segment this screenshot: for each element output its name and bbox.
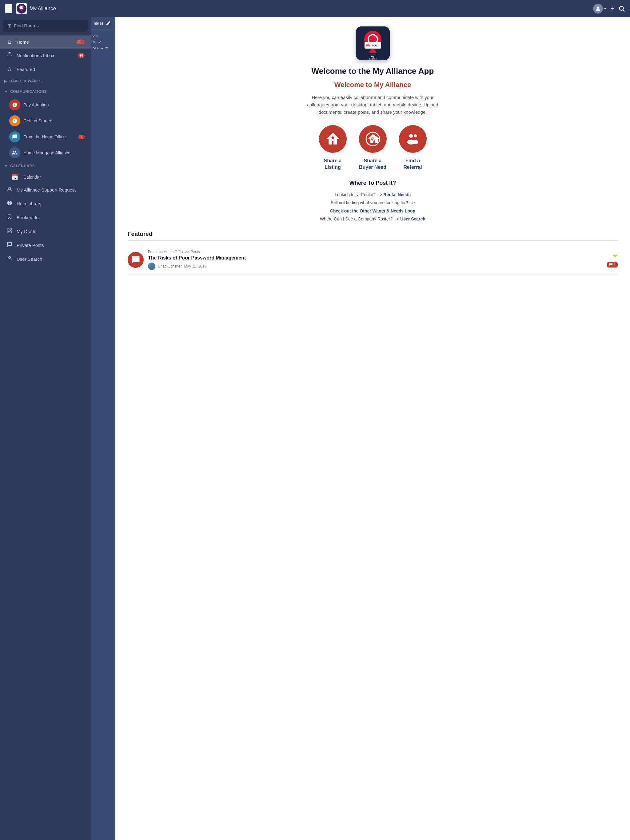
sidebar-item-featured[interactable]: ☆ Featured: [0, 62, 91, 76]
home-office-badge: 6: [78, 135, 85, 139]
avatar-chevron-icon: ▾: [604, 6, 606, 11]
search-button[interactable]: [618, 5, 625, 12]
featured-comment-badge[interactable]: 1: [607, 262, 618, 267]
notifications-icon: [6, 52, 13, 59]
svg-rect-9: [9, 52, 11, 54]
avatar-button[interactable]: ▾: [593, 4, 606, 14]
calendars-chevron-icon: ▼: [4, 164, 8, 168]
svg-point-6: [597, 6, 599, 9]
sidebar: ⊞ Find Rooms ⌂ Home 99+ Notifications In…: [0, 17, 91, 840]
sidebar-item-private-posts[interactable]: Private Posts: [0, 238, 91, 252]
find-rooms-bar[interactable]: ⊞ Find Rooms: [3, 20, 88, 32]
notifications-panel-text: ons: [93, 32, 114, 38]
sidebar-item-support[interactable]: My Alliance Support Request: [0, 183, 91, 197]
getting-started-label: Getting Started: [24, 118, 52, 123]
app-logo-large: RE MAX My Alliance: [356, 27, 390, 60]
share-buyer-label: Share aBuyer Need: [359, 158, 386, 171]
top-nav-actions: ▾ +: [593, 4, 625, 14]
calendar-label: Calendar: [24, 175, 41, 180]
help-library-icon: [6, 200, 13, 207]
haves-wants-section[interactable]: ▶ HAVES & WANTS: [0, 76, 91, 87]
home-badge: 99+: [76, 39, 85, 44]
action-share-listing[interactable]: Share aListing: [319, 125, 347, 171]
top-nav: ☰ RE MAX My Alliance ▾ +: [0, 0, 630, 17]
featured-post-avatar: [148, 262, 155, 270]
mark-all-area: All: [93, 38, 114, 45]
svg-point-24: [332, 136, 334, 139]
action-icons-row: Share aListing Share aBuyer Need: [128, 125, 618, 171]
user-search-main-link[interactable]: User Search: [400, 216, 426, 221]
other-wants-link[interactable]: Check out the Other Wants & Needs Loop: [330, 208, 415, 213]
my-drafts-label: My Drafts: [17, 229, 85, 234]
pay-attention-label: Pay Attention: [24, 103, 49, 107]
user-avatar: [593, 4, 603, 14]
find-rooms-text: Find Rooms: [14, 23, 39, 28]
find-rooms-icon: ⊞: [7, 23, 11, 28]
communications-section[interactable]: ▼ COMMUNICATIONS: [0, 87, 91, 97]
sidebar-item-notifications[interactable]: Notifications Inbox 96: [0, 49, 91, 62]
featured-post-channel: From the Home Office >> Posts: [148, 249, 603, 254]
svg-point-29: [409, 134, 413, 138]
help-library-label: Help Library: [17, 201, 85, 206]
time-text: ed 4:24 PM: [93, 45, 114, 51]
sidebar-item-bookmarks[interactable]: Bookmarks: [0, 211, 91, 224]
welcome-title: Welcome to the My Alliance App: [128, 66, 618, 76]
home-label: Home: [17, 39, 73, 44]
notifications-label: Notifications Inbox: [17, 53, 74, 58]
main-content: RE MAX My Alliance Welcome to the My All…: [116, 17, 630, 840]
sidebar-item-my-drafts[interactable]: My Drafts: [0, 224, 91, 238]
add-button[interactable]: +: [610, 5, 614, 12]
svg-text:RE: RE: [19, 7, 21, 8]
featured-post-author: Chad Ochsner: [158, 264, 182, 268]
sidebar-item-home-office[interactable]: From the Home Office 6: [0, 129, 91, 145]
middle-panel: nalize ons All ed 4:24 PM: [91, 17, 116, 840]
action-find-referral[interactable]: Find aReferral: [399, 125, 427, 171]
share-buyer-circle[interactable]: [359, 125, 387, 153]
sidebar-item-pay-attention[interactable]: Pay Attention: [0, 97, 91, 113]
svg-point-12: [9, 256, 11, 258]
featured-label: Featured: [17, 67, 85, 72]
welcome-description: Here you can easily collaborate and comm…: [302, 94, 443, 116]
hamburger-button[interactable]: ☰: [5, 4, 12, 13]
app-logo: RE MAX: [16, 3, 27, 14]
personalize-bar[interactable]: nalize: [91, 17, 116, 30]
featured-section: Featured From the Home Office >> Posts T…: [128, 231, 618, 275]
svg-text:MAX: MAX: [22, 7, 25, 8]
calendars-section[interactable]: ▼ CALENDARS: [0, 161, 91, 171]
sidebar-item-home-mortgage[interactable]: Home Mortgage Alliance: [0, 145, 91, 161]
bookmarks-label: Bookmarks: [17, 215, 85, 220]
featured-star-button[interactable]: ★: [612, 252, 618, 259]
communications-label: COMMUNICATIONS: [10, 90, 47, 94]
rental-needs-link[interactable]: Rental Needs: [383, 192, 411, 197]
svg-text:My: My: [371, 55, 375, 58]
welcome-subtitle: Welcome to My Alliance: [128, 81, 618, 89]
sidebar-item-help-library[interactable]: Help Library: [0, 197, 91, 211]
getting-started-icon: [9, 115, 20, 126]
sidebar-item-calendar[interactable]: 📅 Calendar: [0, 171, 91, 183]
home-icon: ⌂: [6, 39, 13, 45]
user-search-icon: [6, 256, 13, 262]
svg-point-32: [412, 140, 418, 144]
svg-text:RE: RE: [366, 43, 370, 47]
share-listing-circle[interactable]: [319, 125, 347, 153]
svg-point-7: [619, 6, 624, 11]
bookmarks-icon: [6, 214, 13, 221]
home-office-icon: [9, 131, 20, 142]
featured-post-card[interactable]: From the Home Office >> Posts The Risks …: [128, 245, 618, 275]
sidebar-item-user-search[interactable]: User Search: [0, 252, 91, 266]
featured-section-heading: Featured: [128, 231, 618, 241]
find-referral-circle[interactable]: [399, 125, 427, 153]
sidebar-item-home[interactable]: ⌂ Home 99+: [0, 35, 91, 49]
calendar-icon: 📅: [9, 174, 20, 180]
private-posts-label: Private Posts: [17, 243, 85, 248]
haves-wants-chevron-icon: ▶: [4, 79, 7, 83]
logo-area: RE MAX My Alliance: [16, 3, 593, 14]
home-mortgage-label: Home Mortgage Alliance: [24, 150, 70, 155]
sidebar-item-getting-started[interactable]: Getting Started: [0, 113, 91, 129]
share-listing-label: Share aListing: [324, 158, 342, 171]
where-to-post-text: Looking for a Rental? --> Rental Needs S…: [128, 191, 618, 223]
app-title: My Alliance: [30, 6, 56, 12]
featured-post-actions: ★ 1: [607, 252, 618, 267]
user-search-label: User Search: [17, 256, 85, 262]
action-share-buyer[interactable]: Share aBuyer Need: [359, 125, 387, 171]
